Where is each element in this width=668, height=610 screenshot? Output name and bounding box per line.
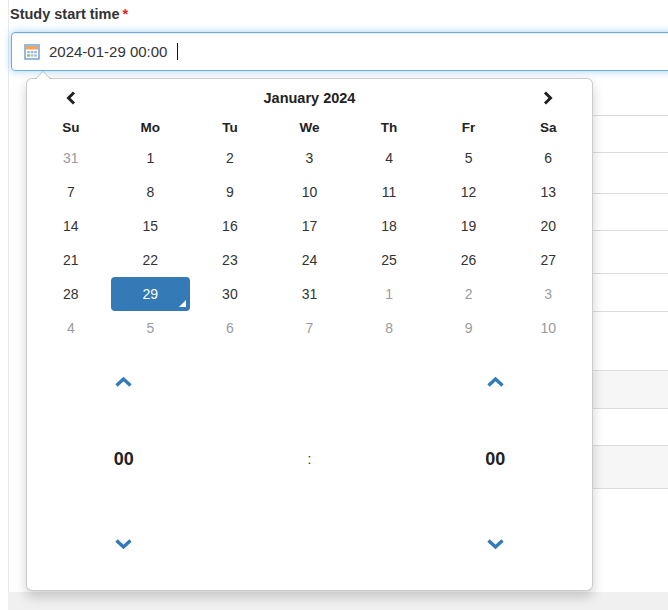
week-row: 14151617181920: [31, 209, 588, 243]
increment-hours-button[interactable]: [104, 370, 143, 394]
day-cell[interactable]: 9: [190, 175, 270, 209]
week-row: 78910111213: [31, 175, 588, 209]
day-cell[interactable]: 10: [508, 311, 588, 345]
weekday-label: Fr: [429, 113, 509, 141]
datetime-input-value: 2024-01-29 00:00: [49, 43, 167, 60]
field-label-text: Study start time: [10, 6, 120, 22]
chevron-up-icon: [486, 376, 505, 388]
day-cell[interactable]: 17: [270, 209, 350, 243]
next-month-button[interactable]: [508, 83, 588, 113]
chevron-down-icon: [486, 538, 505, 550]
increment-minutes-button[interactable]: [476, 370, 515, 394]
chevron-up-icon: [114, 376, 133, 388]
decrement-minutes-button[interactable]: [476, 532, 515, 556]
day-cell[interactable]: 25: [349, 243, 429, 277]
day-cell[interactable]: 14: [31, 209, 111, 243]
field-label: Study start time*: [10, 6, 128, 22]
popup-notch: [36, 72, 50, 79]
time-value-row: 00 : 00: [31, 419, 588, 499]
weekday-label: We: [270, 113, 350, 141]
chevron-right-icon: [509, 90, 587, 106]
chevron-left-icon: [32, 90, 110, 106]
weekday-label: Th: [349, 113, 429, 141]
page-panel-left-border: [8, 0, 9, 592]
week-row: 31123456: [31, 141, 588, 175]
day-cell[interactable]: 5: [111, 311, 191, 345]
time-separator: :: [308, 451, 312, 467]
chevron-down-icon: [114, 538, 133, 550]
day-cell[interactable]: 5: [429, 141, 509, 175]
day-cell[interactable]: 15: [111, 209, 191, 243]
day-cell[interactable]: 18: [349, 209, 429, 243]
decrement-hours-button[interactable]: [104, 532, 143, 556]
calendar-icon: [24, 44, 40, 60]
day-cell[interactable]: 1: [111, 141, 191, 175]
day-cell[interactable]: 26: [429, 243, 509, 277]
day-cell[interactable]: 2: [190, 141, 270, 175]
day-cell[interactable]: 23: [190, 243, 270, 277]
day-cell[interactable]: 19: [429, 209, 509, 243]
weekday-label: Sa: [508, 113, 588, 141]
today-corner-marker: [179, 300, 186, 307]
calendar-table: January 2024 SuMoTuWeThFrSa 311234567891…: [31, 83, 588, 345]
day-cell[interactable]: 9: [429, 311, 509, 345]
text-caret: [177, 43, 178, 60]
day-cell[interactable]: 8: [111, 175, 191, 209]
day-cell[interactable]: 20: [508, 209, 588, 243]
day-cell[interactable]: 13: [508, 175, 588, 209]
hour-value[interactable]: 00: [104, 447, 144, 472]
background-footer-band: [8, 592, 668, 610]
day-cell[interactable]: 16: [190, 209, 270, 243]
day-cell[interactable]: 31: [270, 277, 350, 311]
day-cell-selected[interactable]: 29: [111, 277, 191, 311]
day-cell[interactable]: 31: [31, 141, 111, 175]
day-cell[interactable]: 2: [429, 277, 509, 311]
minute-value[interactable]: 00: [475, 447, 515, 472]
month-year-title[interactable]: January 2024: [111, 83, 509, 113]
calendar-days: 3112345678910111213141516171819202122232…: [31, 141, 588, 345]
previous-month-button[interactable]: [31, 83, 111, 113]
day-cell[interactable]: 21: [31, 243, 111, 277]
day-cell[interactable]: 27: [508, 243, 588, 277]
day-cell[interactable]: 28: [31, 277, 111, 311]
week-row: 45678910: [31, 311, 588, 345]
day-cell[interactable]: 10: [270, 175, 350, 209]
day-cell[interactable]: 30: [190, 277, 270, 311]
day-cell[interactable]: 6: [190, 311, 270, 345]
weekday-label: Mo: [111, 113, 191, 141]
time-increment-row: [31, 345, 588, 419]
day-cell[interactable]: 4: [349, 141, 429, 175]
datetimepicker-popup: January 2024 SuMoTuWeThFrSa 311234567891…: [26, 78, 593, 591]
day-cell[interactable]: 11: [349, 175, 429, 209]
day-cell[interactable]: 24: [270, 243, 350, 277]
datetime-input[interactable]: 2024-01-29 00:00: [11, 32, 668, 71]
day-cell[interactable]: 4: [31, 311, 111, 345]
week-row: 21222324252627: [31, 243, 588, 277]
day-cell[interactable]: 22: [111, 243, 191, 277]
day-cell[interactable]: 7: [270, 311, 350, 345]
time-decrement-row: [31, 499, 588, 589]
day-cell[interactable]: 1: [349, 277, 429, 311]
required-asterisk: *: [123, 6, 129, 22]
day-cell[interactable]: 8: [349, 311, 429, 345]
day-cell[interactable]: 6: [508, 141, 588, 175]
day-cell[interactable]: 7: [31, 175, 111, 209]
weekday-label: Su: [31, 113, 111, 141]
week-row: 28293031123: [31, 277, 588, 311]
day-cell[interactable]: 12: [429, 175, 509, 209]
day-cell[interactable]: 3: [508, 277, 588, 311]
weekday-label: Tu: [190, 113, 270, 141]
weekday-header-row: SuMoTuWeThFrSa: [31, 113, 588, 141]
day-cell[interactable]: 3: [270, 141, 350, 175]
